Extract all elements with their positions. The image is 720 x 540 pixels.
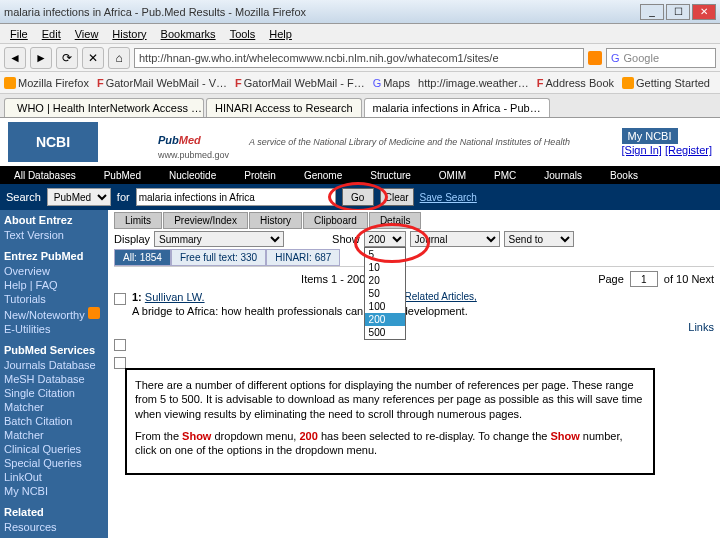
dropdown-option[interactable]: 50 <box>365 287 405 300</box>
dropdown-option[interactable]: 500 <box>365 326 405 339</box>
sidebar-item[interactable]: Resources <box>4 520 104 534</box>
tab-clipboard[interactable]: Clipboard <box>303 212 368 229</box>
forward-button[interactable]: ► <box>30 47 52 69</box>
stop-button[interactable]: ✕ <box>82 47 104 69</box>
minimize-button[interactable]: _ <box>640 4 664 20</box>
page-label: Page <box>598 273 624 285</box>
bookmark-item[interactable]: GMaps <box>373 77 410 89</box>
dropdown-option[interactable]: 100 <box>365 300 405 313</box>
save-search-link[interactable]: Save Search <box>420 192 477 203</box>
sidebar-item[interactable]: Special Queries <box>4 456 104 470</box>
menu-history[interactable]: History <box>106 26 152 42</box>
tab-details[interactable]: Details <box>369 212 422 229</box>
callout-text: From the Show dropdown menu, 200 has bee… <box>135 429 645 458</box>
dropdown-option[interactable]: 20 <box>365 274 405 287</box>
bookmark-item[interactable]: http://image.weather… <box>418 77 529 89</box>
dropdown-option[interactable]: 10 <box>365 261 405 274</box>
filter-hinari[interactable]: HINARI: 687 <box>266 249 340 266</box>
sidebar-item[interactable]: New/Noteworthy <box>4 306 104 322</box>
sidebar-item[interactable]: My NCBI <box>4 484 104 498</box>
sidebar-item[interactable]: Clinical Queries <box>4 442 104 456</box>
register-link[interactable]: [Register] <box>665 144 712 156</box>
sidebar-item[interactable]: E-Utilities <box>4 322 104 336</box>
sidebar-item[interactable]: Overview <box>4 264 104 278</box>
sidebar-item[interactable]: Matcher <box>4 428 104 442</box>
menu-help[interactable]: Help <box>263 26 298 42</box>
signin-link[interactable]: [Sign In] <box>622 144 662 156</box>
display-select[interactable]: Summary <box>154 231 284 247</box>
bookmark-item[interactable]: FGatorMail WebMail - V… <box>97 77 227 89</box>
home-button[interactable]: ⌂ <box>108 47 130 69</box>
sidebar-item[interactable]: Text Version <box>4 228 104 242</box>
dropdown-option-selected[interactable]: 200 <box>365 313 405 326</box>
search-label: Search <box>6 191 41 203</box>
sidebar-item[interactable]: Single Citation <box>4 386 104 400</box>
reload-button[interactable]: ⟳ <box>56 47 78 69</box>
tab-history[interactable]: History <box>249 212 302 229</box>
bookmarks-bar: Mozilla Firefox FGatorMail WebMail - V… … <box>0 72 720 94</box>
db-link[interactable]: Protein <box>230 170 290 181</box>
sidebar-item[interactable]: Batch Citation <box>4 414 104 428</box>
sidebar-item[interactable]: Journals Database <box>4 358 104 372</box>
result-author[interactable]: Sullivan LW. <box>145 291 205 303</box>
tab-preview[interactable]: Preview/Index <box>163 212 248 229</box>
clear-button[interactable]: Clear <box>380 188 414 206</box>
dropdown-option[interactable]: 5 <box>365 248 405 261</box>
search-input[interactable] <box>136 188 336 206</box>
filter-tabs: All: 1854 Free full text: 330 HINARI: 68… <box>114 249 714 267</box>
rss-icon <box>88 307 100 319</box>
bookmark-item[interactable]: FGatorMail WebMail - F… <box>235 77 365 89</box>
page-input[interactable] <box>630 271 658 287</box>
sidebar-item[interactable]: Help | FAQ <box>4 278 104 292</box>
db-select[interactable]: PubMed <box>47 188 111 206</box>
callout-text: There are a number of different options … <box>135 378 645 421</box>
tab-limits[interactable]: Limits <box>114 212 162 229</box>
url-bar[interactable]: http://hnan-gw.who.int/whelecomwww.ncbi.… <box>134 48 584 68</box>
menu-file[interactable]: File <box>4 26 34 42</box>
menu-tools[interactable]: Tools <box>224 26 262 42</box>
show-select[interactable]: 200 <box>364 231 406 247</box>
result-checkbox[interactable] <box>114 293 126 305</box>
browser-tab-active[interactable]: malaria infections in Africa - Pub… <box>364 98 550 117</box>
sidebar: About Entrez Text Version Entrez PubMed … <box>0 210 108 538</box>
browser-tab[interactable]: WHO | Health InterNetwork Access … <box>4 98 204 117</box>
browser-tab[interactable]: HINARI Access to Research <box>206 98 362 117</box>
maximize-button[interactable]: ☐ <box>666 4 690 20</box>
db-link[interactable]: Journals <box>530 170 596 181</box>
links-text[interactable]: Links <box>688 321 714 333</box>
bookmark-item[interactable]: FAddress Book <box>537 77 614 89</box>
sidebar-item[interactable]: MeSH Database <box>4 372 104 386</box>
menu-edit[interactable]: Edit <box>36 26 67 42</box>
tutorial-callout: There are a number of different options … <box>125 368 655 475</box>
menu-view[interactable]: View <box>69 26 105 42</box>
sidebar-item[interactable]: LinkOut <box>4 470 104 484</box>
sendto-select[interactable]: Send to <box>504 231 574 247</box>
myncbi-link[interactable]: My NCBI <box>622 128 678 144</box>
result-checkbox[interactable] <box>114 339 126 351</box>
db-link[interactable]: Structure <box>356 170 425 181</box>
related-link[interactable]: Related Articles, <box>405 291 477 302</box>
db-link[interactable]: Nucleotide <box>155 170 230 181</box>
items-count: Items 1 - 200 of 1854 <box>114 273 592 285</box>
close-button[interactable]: ✕ <box>692 4 716 20</box>
menu-bookmarks[interactable]: Bookmarks <box>155 26 222 42</box>
sidebar-item[interactable]: Tutorials <box>4 292 104 306</box>
go-button[interactable]: Go <box>342 188 374 206</box>
sort-select[interactable]: Journal <box>410 231 500 247</box>
bookmark-item[interactable]: Mozilla Firefox <box>4 77 89 89</box>
db-link[interactable]: Genome <box>290 170 356 181</box>
pubmed-logo[interactable]: PubMedwww.pubmed.gov <box>158 124 229 160</box>
db-link[interactable]: PMC <box>480 170 530 181</box>
back-button[interactable]: ◄ <box>4 47 26 69</box>
db-link[interactable]: Books <box>596 170 652 181</box>
db-link[interactable]: All Databases <box>0 170 90 181</box>
sidebar-item[interactable]: Matcher <box>4 400 104 414</box>
ncbi-logo[interactable]: NCBI <box>8 122 98 162</box>
db-link[interactable]: PubMed <box>90 170 155 181</box>
db-link[interactable]: OMIM <box>425 170 480 181</box>
bookmark-item[interactable]: Getting Started <box>622 77 710 89</box>
filter-free[interactable]: Free full text: 330 <box>171 249 266 266</box>
rss-icon[interactable] <box>588 51 602 65</box>
browser-search[interactable]: GGoogle <box>606 48 716 68</box>
filter-all[interactable]: All: 1854 <box>114 249 171 266</box>
